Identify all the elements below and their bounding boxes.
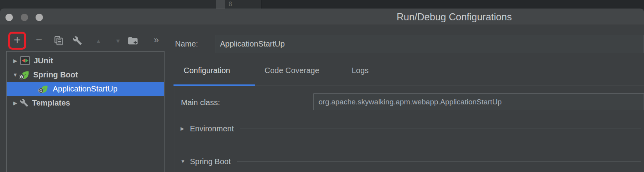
collapse-arrow-icon[interactable]: ▼	[181, 159, 190, 164]
background-editor: 8	[0, 0, 644, 9]
arrow-up-icon: ▲	[96, 38, 102, 44]
chevron-double-right-icon: »	[154, 35, 158, 45]
editor-area	[262, 0, 644, 9]
tree-item-label: Templates	[32, 99, 70, 108]
more-actions-button[interactable]: »	[149, 34, 163, 47]
edit-defaults-button[interactable]	[71, 34, 84, 47]
main-class-input[interactable]	[313, 93, 644, 110]
tab-configuration[interactable]: Configuration	[184, 66, 230, 75]
spring-boot-icon	[20, 70, 30, 80]
active-tab-underline	[174, 84, 255, 86]
section-label: Environment	[190, 124, 234, 133]
editor-scrollbar[interactable]	[216, 0, 225, 9]
name-label: Name:	[175, 39, 198, 48]
copy-configuration-button[interactable]	[52, 34, 65, 47]
plus-icon: +	[14, 33, 21, 47]
move-up-button[interactable]: ▲	[92, 34, 105, 47]
main-class-label: Main class:	[181, 98, 220, 107]
editor-gutter: 8	[225, 0, 261, 9]
tree-item-templates[interactable]: ▶ Templates	[7, 96, 164, 110]
configurations-tree: ▶ JUnit ▼ Spring Boot	[6, 51, 165, 172]
dialog-titlebar[interactable]: Run/Debug Configurations	[0, 9, 644, 25]
section-label: Spring Boot	[190, 157, 231, 166]
run-debug-configurations-dialog: Run/Debug Configurations + − ▲ ▼ »	[0, 9, 644, 172]
templates-wrench-icon	[20, 99, 29, 107]
close-button[interactable]	[5, 14, 13, 21]
expand-arrow-icon[interactable]: ▶	[11, 100, 20, 106]
remove-configuration-button[interactable]: −	[32, 34, 46, 47]
minus-icon: −	[36, 34, 42, 46]
tree-item-label: ApplicationStartUp	[53, 84, 118, 93]
line-number: 8	[229, 1, 232, 8]
add-configuration-button[interactable]: +	[11, 34, 24, 47]
tree-item-spring-boot[interactable]: ▼ Spring Boot	[7, 68, 164, 82]
section-divider	[237, 161, 641, 162]
tab-code-coverage[interactable]: Code Coverage	[265, 66, 319, 75]
tree-item-junit[interactable]: ▶ JUnit	[7, 54, 164, 68]
section-spring-boot[interactable]: ▼ Spring Boot	[181, 156, 641, 167]
junit-icon	[20, 56, 30, 65]
dialog-title: Run/Debug Configurations	[397, 11, 512, 23]
arrow-down-icon: ▼	[115, 38, 121, 44]
expand-arrow-icon[interactable]: ▶	[181, 126, 190, 131]
spring-boot-icon	[39, 84, 48, 93]
zoom-button[interactable]	[36, 14, 43, 21]
tree-item-label: JUnit	[34, 56, 53, 65]
new-folder-icon	[128, 36, 138, 45]
tab-logs[interactable]: Logs	[352, 66, 369, 75]
tree-item-label: Spring Boot	[33, 70, 78, 79]
name-input[interactable]	[215, 35, 644, 53]
copy-icon	[54, 36, 63, 45]
tree-item-applicationstartup-selected[interactable]: ApplicationStartUp	[7, 82, 164, 96]
minimize-button[interactable]	[21, 14, 28, 21]
wrench-icon	[73, 36, 82, 45]
create-folder-button[interactable]	[126, 34, 140, 47]
section-divider	[240, 129, 641, 129]
expand-arrow-icon[interactable]: ▶	[11, 58, 20, 64]
move-down-button[interactable]: ▼	[111, 34, 125, 47]
section-environment[interactable]: ▶ Environment	[181, 124, 641, 134]
